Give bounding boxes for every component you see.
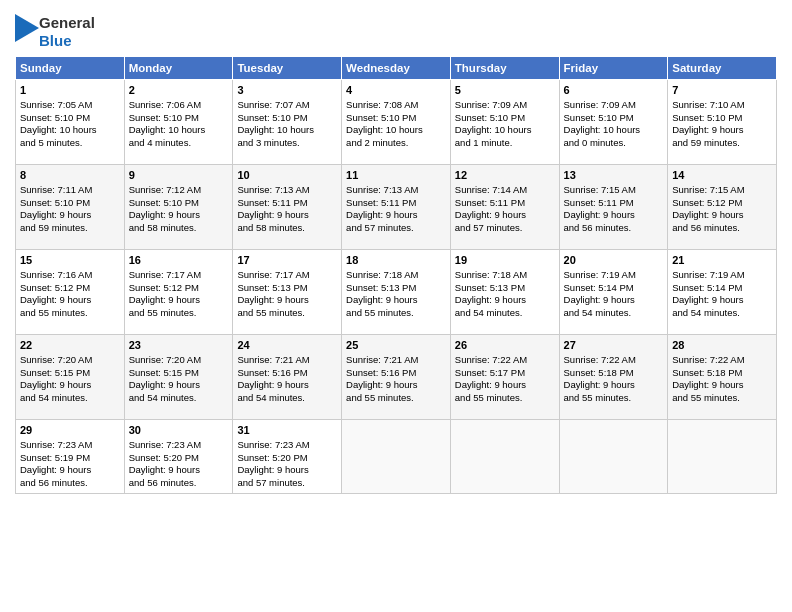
- day-info: Sunrise: 7:05 AM: [20, 99, 120, 112]
- day-info: and 56 minutes.: [129, 477, 229, 490]
- day-number: 19: [455, 253, 555, 268]
- day-info: and 55 minutes.: [237, 307, 337, 320]
- header: GeneralBlue: [15, 10, 777, 50]
- day-info: and 55 minutes.: [129, 307, 229, 320]
- day-info: Sunset: 5:10 PM: [129, 112, 229, 125]
- day-info: Daylight: 10 hours: [129, 124, 229, 137]
- col-header-friday: Friday: [559, 57, 668, 80]
- day-info: Daylight: 9 hours: [129, 209, 229, 222]
- day-info: Sunset: 5:11 PM: [564, 197, 664, 210]
- day-info: and 55 minutes.: [20, 307, 120, 320]
- day-info: Daylight: 9 hours: [346, 294, 446, 307]
- day-info: and 1 minute.: [455, 137, 555, 150]
- day-info: Daylight: 10 hours: [455, 124, 555, 137]
- day-info: and 55 minutes.: [455, 392, 555, 405]
- day-info: Sunset: 5:12 PM: [129, 282, 229, 295]
- day-info: Daylight: 9 hours: [20, 294, 120, 307]
- day-info: Sunrise: 7:23 AM: [237, 439, 337, 452]
- day-number: 28: [672, 338, 772, 353]
- calendar-week-5: 29Sunrise: 7:23 AMSunset: 5:19 PMDayligh…: [16, 420, 777, 494]
- day-info: Daylight: 10 hours: [346, 124, 446, 137]
- calendar-week-2: 8Sunrise: 7:11 AMSunset: 5:10 PMDaylight…: [16, 165, 777, 250]
- day-info: Sunrise: 7:10 AM: [672, 99, 772, 112]
- day-number: 17: [237, 253, 337, 268]
- day-info: Sunrise: 7:22 AM: [564, 354, 664, 367]
- calendar-cell: 27Sunrise: 7:22 AMSunset: 5:18 PMDayligh…: [559, 335, 668, 420]
- day-info: Sunset: 5:11 PM: [455, 197, 555, 210]
- day-info: and 59 minutes.: [672, 137, 772, 150]
- day-info: Sunrise: 7:17 AM: [237, 269, 337, 282]
- day-number: 27: [564, 338, 664, 353]
- calendar-cell: 21Sunrise: 7:19 AMSunset: 5:14 PMDayligh…: [668, 250, 777, 335]
- calendar-cell: 2Sunrise: 7:06 AMSunset: 5:10 PMDaylight…: [124, 80, 233, 165]
- calendar-week-1: 1Sunrise: 7:05 AMSunset: 5:10 PMDaylight…: [16, 80, 777, 165]
- day-info: Sunset: 5:17 PM: [455, 367, 555, 380]
- day-info: Daylight: 9 hours: [455, 379, 555, 392]
- day-info: Daylight: 9 hours: [237, 294, 337, 307]
- day-info: Sunset: 5:13 PM: [455, 282, 555, 295]
- day-info: Sunrise: 7:22 AM: [672, 354, 772, 367]
- day-info: Sunset: 5:11 PM: [237, 197, 337, 210]
- calendar-cell: 25Sunrise: 7:21 AMSunset: 5:16 PMDayligh…: [342, 335, 451, 420]
- day-info: Sunset: 5:16 PM: [346, 367, 446, 380]
- calendar-cell: [668, 420, 777, 494]
- day-info: Sunset: 5:18 PM: [672, 367, 772, 380]
- day-info: and 57 minutes.: [237, 477, 337, 490]
- day-info: and 3 minutes.: [237, 137, 337, 150]
- day-number: 18: [346, 253, 446, 268]
- logo-arrow-icon: [15, 14, 39, 50]
- calendar-cell: 28Sunrise: 7:22 AMSunset: 5:18 PMDayligh…: [668, 335, 777, 420]
- day-number: 1: [20, 83, 120, 98]
- day-info: and 54 minutes.: [20, 392, 120, 405]
- day-info: and 55 minutes.: [564, 392, 664, 405]
- day-info: and 56 minutes.: [564, 222, 664, 235]
- day-number: 9: [129, 168, 229, 183]
- day-info: Sunrise: 7:20 AM: [129, 354, 229, 367]
- day-info: and 54 minutes.: [237, 392, 337, 405]
- day-info: Daylight: 9 hours: [672, 209, 772, 222]
- day-info: Sunset: 5:10 PM: [20, 197, 120, 210]
- day-number: 5: [455, 83, 555, 98]
- day-number: 15: [20, 253, 120, 268]
- day-info: and 57 minutes.: [455, 222, 555, 235]
- calendar-cell: 3Sunrise: 7:07 AMSunset: 5:10 PMDaylight…: [233, 80, 342, 165]
- day-info: Daylight: 9 hours: [564, 294, 664, 307]
- calendar-cell: 4Sunrise: 7:08 AMSunset: 5:10 PMDaylight…: [342, 80, 451, 165]
- day-info: Daylight: 10 hours: [20, 124, 120, 137]
- col-header-tuesday: Tuesday: [233, 57, 342, 80]
- day-number: 16: [129, 253, 229, 268]
- day-number: 29: [20, 423, 120, 438]
- day-info: Daylight: 9 hours: [346, 379, 446, 392]
- day-info: Sunset: 5:10 PM: [129, 197, 229, 210]
- day-info: and 54 minutes.: [129, 392, 229, 405]
- day-info: and 54 minutes.: [672, 307, 772, 320]
- day-info: and 54 minutes.: [455, 307, 555, 320]
- calendar-cell: 26Sunrise: 7:22 AMSunset: 5:17 PMDayligh…: [450, 335, 559, 420]
- day-info: and 56 minutes.: [20, 477, 120, 490]
- day-info: Daylight: 9 hours: [237, 464, 337, 477]
- day-info: and 59 minutes.: [20, 222, 120, 235]
- calendar-week-3: 15Sunrise: 7:16 AMSunset: 5:12 PMDayligh…: [16, 250, 777, 335]
- day-number: 11: [346, 168, 446, 183]
- calendar-cell: 11Sunrise: 7:13 AMSunset: 5:11 PMDayligh…: [342, 165, 451, 250]
- day-info: Daylight: 9 hours: [346, 209, 446, 222]
- day-number: 4: [346, 83, 446, 98]
- logo: GeneralBlue: [15, 14, 95, 50]
- col-header-wednesday: Wednesday: [342, 57, 451, 80]
- day-info: Daylight: 9 hours: [20, 379, 120, 392]
- calendar-cell: 12Sunrise: 7:14 AMSunset: 5:11 PMDayligh…: [450, 165, 559, 250]
- day-info: Sunrise: 7:18 AM: [346, 269, 446, 282]
- day-info: and 55 minutes.: [672, 392, 772, 405]
- day-info: Daylight: 9 hours: [129, 294, 229, 307]
- day-info: and 5 minutes.: [20, 137, 120, 150]
- calendar-cell: 31Sunrise: 7:23 AMSunset: 5:20 PMDayligh…: [233, 420, 342, 494]
- day-number: 8: [20, 168, 120, 183]
- day-info: Sunrise: 7:06 AM: [129, 99, 229, 112]
- day-info: Sunrise: 7:23 AM: [129, 439, 229, 452]
- day-info: and 55 minutes.: [346, 307, 446, 320]
- day-number: 23: [129, 338, 229, 353]
- day-info: Sunrise: 7:09 AM: [455, 99, 555, 112]
- calendar-cell: 10Sunrise: 7:13 AMSunset: 5:11 PMDayligh…: [233, 165, 342, 250]
- day-number: 10: [237, 168, 337, 183]
- col-header-monday: Monday: [124, 57, 233, 80]
